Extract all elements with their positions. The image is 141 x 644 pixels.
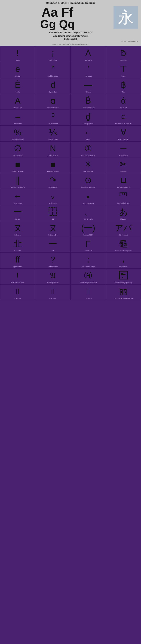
cell-symbol: 丽: [119, 286, 128, 297]
cell-label: Phonetic Ext: [13, 107, 22, 109]
sample-row1: Aa Ff: [3, 6, 112, 18]
cell-symbol: アパ: [115, 222, 132, 234]
symbol-grid: !ASCII¡Latin 1 SupĀLatin Ext AƀLatin Ext…: [0, 46, 141, 300]
cell-label: Hebrew: [86, 91, 91, 93]
grid-cell: ∅Misc Technical: [0, 142, 35, 157]
cell-symbol: Ḃ: [85, 95, 91, 106]
cell-label: Latin Ext Additional: [82, 107, 95, 109]
cell-label: CJK Ext B: [14, 298, 21, 300]
cell-symbol: ■: [50, 159, 55, 170]
cell-label: Enclosed Alphanums: [81, 155, 95, 156]
grid-cell: ヌKatakana Ext: [35, 221, 70, 237]
cell-symbol: ⺫: [119, 191, 128, 202]
cell-symbol: 𪜀: [51, 286, 54, 297]
cell-symbol: ！: [13, 270, 22, 281]
cell-label: Sup Math Operators: [117, 186, 130, 188]
cell-symbol: ᵥ: [51, 191, 55, 202]
grid-cell: NControl Pictures: [35, 142, 70, 157]
grid-cell: 🄐Enclosed Alphanums Sup: [70, 268, 106, 284]
cell-label: Control Pictures: [48, 155, 58, 156]
grid-cell: άGreek Ext: [106, 94, 141, 110]
cell-symbol: 𠀀: [16, 286, 19, 297]
cell-symbol: ʰ: [51, 64, 55, 74]
sample-row2: Gg Qq: [3, 18, 112, 30]
cell-label: Vertical Forms: [48, 266, 58, 268]
grid-cell: 丽CJK Compat Ideographs Sup: [106, 284, 141, 300]
grid-cell: 、CJK Symbols: [70, 205, 106, 221]
cell-symbol: —: [84, 80, 92, 90]
cell-label: Math Alphanums: [47, 282, 58, 284]
cell-symbol: ∥: [15, 175, 20, 186]
cell-label: Katakana Ext: [48, 234, 57, 236]
cell-label: Katakana: [14, 234, 21, 236]
cell-symbol: 🄐: [84, 270, 92, 281]
cell-symbol: 𝔄: [50, 270, 56, 281]
cell-label: Arrows: [86, 139, 90, 140]
grid-cell: ■Block Elements: [0, 157, 35, 173]
grid-cell: ←Arrows: [70, 126, 106, 142]
cell-label: Greek: [121, 75, 125, 77]
cell-symbol: –: [15, 111, 20, 122]
grid-cell: ↷Sup Arrows B: [35, 173, 70, 189]
cell-label: Cyrillic: [15, 91, 20, 93]
cell-label: Latin Ext C: [49, 202, 57, 204]
grid-cell: ⅓Number Forms: [35, 126, 70, 142]
cell-symbol: e: [15, 64, 20, 74]
cell-label: Number Forms: [48, 139, 58, 140]
grid-cell: ⺫CJK Radicals Sup: [106, 189, 141, 205]
cell-label: Half And Full Forms: [11, 282, 24, 284]
cell-label: IDC: [52, 218, 54, 220]
cell-label: CJK Ext C: [49, 298, 56, 300]
cell-symbol: 、: [84, 206, 92, 218]
cell-label: Hiragana: [120, 218, 127, 220]
cell-label: CJK Compat: [119, 234, 128, 236]
cell-symbol: ά: [121, 95, 126, 106]
grid-cell: ⊤Greek: [106, 62, 141, 78]
grid-cell: ʰModifier Letters: [35, 62, 70, 78]
cell-label: Misc Arrows: [13, 202, 22, 204]
alphabet-upper: ABCDEFGHIJKLMNOPQRSTUVWXYZ: [3, 31, 138, 34]
grid-cell: APhonetic Ext: [0, 94, 35, 110]
cell-symbol: ∀: [121, 127, 126, 138]
cell-label: Thai: [122, 91, 125, 93]
grid-cell: あHiragana: [106, 205, 141, 221]
grid-cell: ○Diacriticals For Symbols: [106, 110, 141, 126]
cell-symbol: ،: [122, 254, 125, 265]
grid-cell: –Punctuation: [0, 110, 35, 126]
cell-label: Small Forms: [119, 266, 128, 268]
cell-label: CJK Compat Ideographs: [115, 250, 132, 252]
grid-cell: %Letterlike Symbols: [0, 126, 35, 142]
grid-cell: !ASCII: [0, 46, 35, 62]
cell-label: Geometric Shapes: [47, 170, 59, 172]
cell-label: Phonetic Ext Sup: [47, 107, 58, 109]
cell-label: Misc Math Symbols B: [81, 186, 95, 188]
cell-label: Diacriticals For Symbols: [115, 123, 131, 125]
header: Rounded-L Mgen+ 2m medium Regular Aa Ff …: [0, 0, 141, 46]
cell-symbol: È: [15, 80, 20, 90]
cell-symbol: ⊤: [120, 64, 127, 74]
grid-cell: (一)Enclosed CJK: [70, 221, 106, 237]
grid-cell: 龜CJK Compat Ideographs: [106, 237, 141, 252]
cell-label: CJK Symbols: [84, 218, 93, 220]
cell-label: Enclosed Ideographic Sup: [115, 282, 132, 284]
cell-symbol: ①: [84, 143, 92, 154]
grid-cell: ،Small Forms: [106, 252, 141, 268]
cell-symbol: ✳: [85, 159, 92, 170]
grid-cell: ！Half And Full Forms: [0, 268, 35, 284]
grid-cell: ʻDiacriticals: [70, 62, 106, 78]
grid-cell: ：CJK Compat Forms: [70, 252, 106, 268]
grid-cell: ⿰IDC: [35, 205, 70, 221]
cell-label: Diacriticals: [84, 75, 92, 77]
cell-label: Math Operators: [118, 139, 129, 140]
grid-cell: ■Geometric Shapes: [35, 157, 70, 173]
cell-label: Modifier Letters: [48, 75, 58, 77]
grid-cell: ฿Thai: [106, 78, 141, 94]
grid-cell: ĀLatin Ext A: [70, 46, 106, 62]
source: Font Source: http://www.fontke.com/font/…: [0, 43, 141, 46]
cell-label: CJK Ext A: [14, 250, 21, 252]
cell-symbol: %: [14, 127, 21, 138]
cell-symbol: ∅: [14, 143, 21, 154]
numbers: 0123456789: [3, 38, 138, 40]
cell-label: CJK Compat Ideographs Sup: [114, 298, 133, 300]
cell-symbol: ⊔: [120, 175, 127, 186]
